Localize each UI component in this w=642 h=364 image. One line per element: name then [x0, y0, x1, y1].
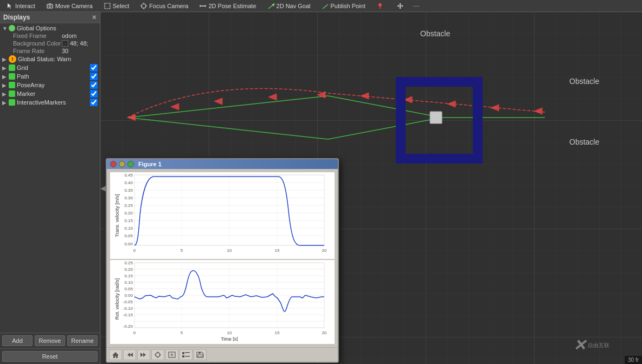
- fig-tool-save[interactable]: [194, 349, 207, 360]
- fig-tool-home[interactable]: [109, 349, 122, 360]
- sidebar-item-global-options[interactable]: ▼ Global Options: [0, 24, 100, 32]
- svg-text:Rot. velocity [rad/s]: Rot. velocity [rad/s]: [114, 278, 120, 320]
- svg-point-95: [156, 353, 160, 357]
- interactive-markers-icon: [9, 99, 15, 106]
- select-label: Select: [113, 3, 130, 9]
- sidebar-item-marker[interactable]: ▶ Marker: [0, 89, 100, 98]
- rename-button[interactable]: Rename: [67, 335, 98, 346]
- sidebar-item-grid[interactable]: ▶ Grid: [0, 63, 100, 72]
- fig-tool-forward[interactable]: [137, 349, 150, 360]
- svg-text:0.10: 0.10: [124, 226, 133, 231]
- svg-text:0: 0: [133, 330, 136, 335]
- pose-icon: [267, 2, 275, 10]
- sidebar-item-pose-array[interactable]: ▶ PoseArray: [0, 81, 100, 89]
- pose-array-checkbox[interactable]: [90, 81, 98, 89]
- remove-button[interactable]: Remove: [35, 335, 65, 346]
- publish-point-button[interactable]: [373, 1, 389, 11]
- svg-text:15: 15: [275, 330, 280, 335]
- interactive-markers-label: InteractiveMarkers: [17, 99, 90, 106]
- figure-close-button[interactable]: [110, 161, 117, 167]
- prop-frame-rate-name: Frame Rate: [13, 48, 62, 54]
- fig-tool-pan[interactable]: [151, 349, 164, 360]
- viewport[interactable]: Obstacle Obstacle Obstacle ◀ Figure 1: [100, 12, 642, 364]
- sidebar-item-path[interactable]: ▶ Path: [0, 72, 100, 81]
- tree-arrow-grid: ▶: [2, 65, 9, 71]
- sidebar-header: Displays ✕: [0, 12, 100, 23]
- fig-tool-back[interactable]: [123, 349, 136, 360]
- interact-button[interactable]: Interact: [2, 1, 39, 11]
- svg-text:0.05: 0.05: [124, 233, 133, 238]
- chart-rot-velocity: Rot. velocity [rad/s]: [110, 260, 335, 344]
- svg-text:20: 20: [322, 248, 327, 253]
- interact-label: Interact: [15, 3, 35, 9]
- chart-trans-velocity: Trans. velocity [m/s]: [110, 172, 335, 259]
- nav-goal-button[interactable]: Publish Point: [318, 1, 369, 11]
- fig-tool-config[interactable]: [179, 349, 192, 360]
- tree-arrow-global-options: ▼: [2, 25, 9, 31]
- prop-bg-color-value[interactable]: 48; 48;: [62, 40, 98, 47]
- pose-estimate-button[interactable]: 2D Nav Goal: [264, 1, 314, 11]
- ruler-icon: [199, 2, 207, 10]
- marker-checkbox[interactable]: [90, 90, 98, 98]
- sidebar-item-global-status[interactable]: ▶ ! Global Status: Warn: [0, 55, 100, 63]
- prop-frame-rate-value[interactable]: 30: [62, 48, 98, 54]
- svg-text:0.00: 0.00: [124, 242, 133, 246]
- tree-arrow-marker: ▶: [2, 91, 9, 97]
- path-checkbox[interactable]: [90, 73, 98, 80]
- status-bar: 30 fr: [625, 356, 642, 364]
- marker-label: Marker: [17, 90, 90, 97]
- prop-fixed-frame-value[interactable]: odom: [62, 32, 98, 39]
- svg-text:0.25: 0.25: [124, 203, 133, 208]
- move-button[interactable]: [393, 1, 408, 11]
- path-label: Path: [17, 73, 90, 80]
- sidebar-reset-area: Reset: [0, 348, 100, 364]
- cursor-icon: [6, 2, 14, 10]
- svg-line-12: [323, 4, 328, 9]
- bg-color-text: 48; 48;: [70, 40, 88, 47]
- bg-color-swatch: [62, 40, 68, 47]
- svg-text:0.15: 0.15: [124, 274, 133, 278]
- svg-text:5: 5: [181, 248, 183, 253]
- sidebar-close-button[interactable]: ✕: [92, 14, 97, 21]
- grid-label: Grid: [17, 64, 90, 71]
- measure-button[interactable]: 2D Pose Estimate: [195, 1, 260, 11]
- svg-text:15: 15: [275, 248, 280, 253]
- prop-fixed-frame: Fixed Frame odom: [0, 32, 100, 40]
- svg-rect-106: [185, 356, 190, 357]
- svg-text:0.00: 0.00: [124, 293, 133, 298]
- pose-estimate-label: 2D Nav Goal: [277, 3, 311, 9]
- svg-rect-105: [185, 352, 190, 353]
- grid-checkbox[interactable]: [90, 64, 98, 72]
- prop-background-color: Background Color 48; 48;: [0, 40, 100, 47]
- reset-button[interactable]: Reset: [2, 351, 98, 362]
- path-icon: [9, 73, 15, 80]
- global-options-label: Global Options: [17, 25, 98, 31]
- focus-camera-button[interactable]: Focus Camera: [136, 1, 192, 11]
- pose-array-icon: [9, 82, 15, 88]
- svg-text:0.15: 0.15: [124, 218, 133, 223]
- figure-minimize-button[interactable]: [119, 161, 125, 167]
- svg-text:-0.15: -0.15: [123, 313, 133, 317]
- svg-text:0.40: 0.40: [124, 180, 133, 185]
- interactive-markers-checkbox[interactable]: [90, 99, 98, 106]
- figure-maximize-button[interactable]: [127, 161, 134, 167]
- add-button[interactable]: Add: [2, 335, 33, 346]
- svg-rect-103: [182, 352, 184, 354]
- svg-point-3: [142, 4, 146, 8]
- grid-icon: [9, 64, 15, 71]
- main-layout: Displays ✕ ▼ Global Options Fixed Frame …: [0, 12, 642, 364]
- svg-rect-2: [105, 3, 110, 9]
- select-button[interactable]: Select: [100, 1, 133, 11]
- fig-tool-zoom[interactable]: [165, 349, 178, 360]
- select-icon: [104, 2, 111, 10]
- sidebar: Displays ✕ ▼ Global Options Fixed Frame …: [0, 12, 100, 364]
- figure-body: Trans. velocity [m/s]: [107, 169, 338, 347]
- figure-title: Figure 1: [138, 161, 162, 167]
- nav-icon: [322, 2, 329, 10]
- toolbar: Interact Move Camera Select Focus Camera…: [0, 0, 642, 12]
- prop-fixed-frame-name: Fixed Frame: [13, 32, 62, 39]
- sidebar-item-interactive-markers[interactable]: ▶ InteractiveMarkers: [0, 98, 100, 107]
- camera-icon: [46, 2, 54, 10]
- move-camera-button[interactable]: Move Camera: [42, 1, 97, 11]
- tree-arrow-path: ▶: [2, 74, 9, 80]
